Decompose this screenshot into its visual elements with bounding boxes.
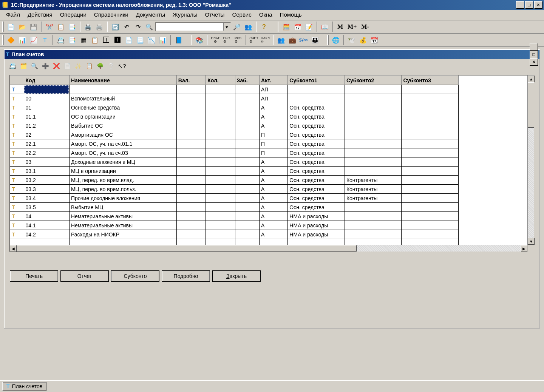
scroll-right-icon[interactable]: ▶ [521, 245, 527, 252]
cell-name[interactable] [69, 85, 176, 94]
tb2-icon-12[interactable]: 📃 [135, 35, 145, 45]
cell-sub1[interactable]: НМА и расходы [288, 230, 345, 239]
table-row[interactable]: Т01Основные средстваАОсн. средства [10, 103, 459, 112]
tb2-icon-6[interactable]: 📑 [67, 35, 77, 45]
scroll-left-icon[interactable]: ◀ [10, 245, 17, 252]
tb2-wallet-icon[interactable]: 💼 [287, 35, 298, 45]
cell-sub1[interactable]: Осн. средства [288, 185, 345, 194]
itb-icon-2[interactable]: 🗂️ [19, 61, 28, 71]
cell-name[interactable]: МЦ, перед. во врем.польз. [69, 185, 176, 194]
cell-code[interactable]: 02 [24, 130, 69, 139]
itb-find-icon[interactable]: 🔍 [29, 61, 39, 71]
cell-sub2[interactable] [345, 212, 402, 221]
cell-code[interactable]: 04.1 [24, 221, 69, 230]
calc-icon[interactable]: 🧮 [281, 22, 292, 32]
cell-sub3[interactable] [402, 194, 459, 203]
itb-icon-7[interactable]: ✨ [73, 61, 83, 71]
tb2-chart-icon[interactable]: 📊 [158, 35, 168, 45]
cell-akt[interactable]: А [260, 230, 288, 239]
menu-documents[interactable]: Документы [132, 11, 169, 19]
find-icon[interactable]: 🔍 [144, 22, 155, 32]
cell-code[interactable]: 00 [24, 94, 69, 103]
tb2-people-icon[interactable]: 👥 [276, 35, 286, 45]
cell-sub1[interactable] [288, 85, 345, 94]
cell-val[interactable] [176, 148, 206, 157]
menu-windows[interactable]: Окна [255, 11, 276, 19]
cell-sub3[interactable] [402, 167, 459, 176]
tb2-icon-7[interactable]: ▦ [78, 35, 89, 45]
itb-pointer-help-icon[interactable]: ↖? [117, 61, 127, 71]
cell-val[interactable] [176, 112, 206, 121]
cell-zab[interactable] [235, 176, 260, 185]
cell-code[interactable]: 03.3 [24, 185, 69, 194]
cell-akt[interactable]: А [260, 103, 288, 112]
tb2-icon-3[interactable]: 📈 [28, 35, 39, 45]
cell-kol[interactable] [206, 148, 235, 157]
cell-akt[interactable]: П [260, 130, 288, 139]
cell-sub3[interactable] [402, 176, 459, 185]
col-code[interactable]: Код [24, 76, 69, 85]
cell-sub2[interactable] [345, 130, 402, 139]
cell-akt[interactable]: П [260, 148, 288, 157]
cell-code[interactable]: 01 [24, 103, 69, 112]
cell-sub1[interactable]: Осн. средства [288, 203, 345, 212]
cell-zab[interactable] [235, 157, 260, 167]
cell-name[interactable]: Нематериальные активы [69, 221, 176, 230]
cell-code[interactable]: 03.2 [24, 176, 69, 185]
cell-sub1[interactable]: Осн. средства [288, 157, 345, 167]
cell-akt[interactable]: А [260, 112, 288, 121]
col-icon[interactable] [10, 76, 24, 85]
table-row[interactable]: Т02.2Аморт. ОС, уч. на сч.03ПОсн. средст… [10, 148, 459, 157]
dropdown-arrow-icon[interactable]: ▾ [223, 23, 230, 31]
cell-name[interactable]: Вспомогательный [69, 94, 176, 103]
cell-sub3[interactable] [402, 103, 459, 112]
cell-zab[interactable] [235, 167, 260, 176]
cell-sub2[interactable] [345, 121, 402, 130]
col-name[interactable]: Наименование [69, 76, 176, 85]
cell-sub1[interactable]: Осн. средства [288, 194, 345, 203]
table-row[interactable]: Т03Доходные вложения в МЦАОсн. средства [10, 157, 459, 167]
cell-kol[interactable] [206, 112, 235, 121]
cell-kol[interactable] [206, 203, 235, 212]
cell-sub3[interactable] [402, 157, 459, 167]
cell-kol[interactable] [206, 103, 235, 112]
cell-akt[interactable]: А [260, 167, 288, 176]
cell-val[interactable] [176, 139, 206, 148]
table-row[interactable]: Т03.3МЦ, перед. во врем.польз.АОсн. сред… [10, 185, 459, 194]
memory-m-button[interactable]: M [335, 22, 345, 32]
table-row[interactable]: Т00ВспомогательныйАП [10, 94, 459, 103]
cell-sub2[interactable]: Контрагенты [345, 176, 402, 185]
cell-kol[interactable] [206, 94, 235, 103]
cell-sub1[interactable]: НМА и расходы [288, 212, 345, 221]
print-preview-icon[interactable]: 🖨️ [94, 22, 105, 32]
tb2-icon-1[interactable]: 🔶 [6, 35, 16, 45]
cell-sub2[interactable] [345, 230, 402, 239]
tb2-plat-icon[interactable]: ПЛАТ⚙ [210, 35, 221, 45]
cell-zab[interactable] [235, 194, 260, 203]
cell-sub3[interactable] [402, 130, 459, 139]
table-row[interactable]: Т03.1МЦ в организацииАОсн. средства [10, 167, 459, 176]
cell-kol[interactable] [206, 230, 235, 239]
cell-sub2[interactable] [345, 103, 402, 112]
calendar-icon[interactable]: 📅 [292, 22, 303, 32]
cell-val[interactable] [176, 94, 206, 103]
cell-sub1[interactable] [288, 94, 345, 103]
horizontal-scrollbar[interactable]: ◀ ▶ [10, 245, 527, 252]
cell-sub2[interactable] [345, 139, 402, 148]
tb2-pko-icon[interactable]: ПКО⚙ [221, 35, 232, 45]
help-icon[interactable]: ? [259, 22, 269, 32]
cell-akt[interactable]: А [260, 194, 288, 203]
table-row[interactable]: Т01.1ОС в организацииАОсн. средства [10, 112, 459, 121]
cell-name[interactable]: Доходные вложения в МЦ [69, 157, 176, 167]
cell-sub3[interactable] [402, 139, 459, 148]
scroll-thumb[interactable] [528, 82, 534, 128]
cell-kol[interactable] [206, 212, 235, 221]
cell-zab[interactable] [235, 139, 260, 148]
cell-val[interactable] [176, 103, 206, 112]
minimize-button[interactable]: _ [516, 1, 524, 9]
maximize-button[interactable]: □ [525, 1, 533, 9]
table-row[interactable]: Т01.2Выбытие ОСАОсн. средства [10, 121, 459, 130]
tb2-icon-8[interactable]: 📋 [90, 35, 100, 45]
table-row[interactable]: ТАП [10, 85, 459, 94]
cell-kol[interactable] [206, 130, 235, 139]
